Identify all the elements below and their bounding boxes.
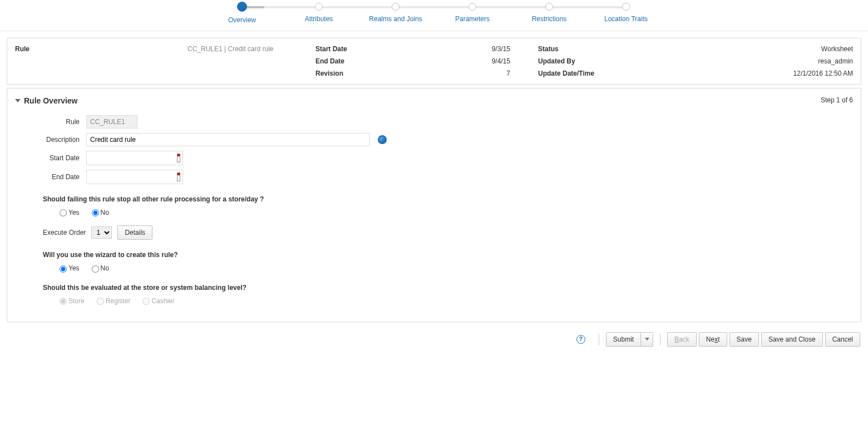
q3-register-option: Register: [97, 297, 131, 305]
end-date-field-label: End Date: [26, 173, 86, 181]
summary-status-label: Status: [538, 45, 605, 53]
q3-store-option: Store: [60, 297, 85, 305]
globe-icon[interactable]: [378, 135, 387, 144]
summary-updated-by-label: Updated By: [538, 57, 605, 65]
summary-start-date-value: 9/3/15: [382, 45, 538, 53]
back-button: Back: [667, 332, 697, 347]
summary-update-dt-label: Update Date/Time: [538, 70, 605, 77]
wizard-step-overview[interactable]: Overview: [204, 3, 280, 24]
summary-rule-label: Rule: [15, 45, 48, 53]
description-field-label: Description: [26, 136, 86, 144]
summary-status-value: Worksheet: [605, 45, 853, 53]
cancel-button[interactable]: Cancel: [825, 332, 860, 347]
action-footer: ? Submit Back Next Save Save and Close C…: [0, 329, 868, 354]
end-date-field[interactable]: [87, 171, 177, 183]
summary-end-date-label: End Date: [315, 57, 382, 65]
summary-update-dt-value: 12/1/2016 12:50 AM: [605, 70, 853, 77]
details-button[interactable]: Details: [117, 225, 152, 240]
q-balancing-level: Should this be evaluated at the store or…: [43, 284, 853, 292]
q1-yes-option[interactable]: Yes: [60, 209, 80, 216]
summary-updated-by-value: resa_admin: [605, 57, 853, 65]
summary-end-date-value: 9/4/15: [382, 57, 538, 65]
separator: [599, 333, 599, 346]
save-button[interactable]: Save: [729, 332, 759, 347]
submit-dropdown[interactable]: [641, 332, 653, 347]
start-date-field-label: Start Date: [26, 154, 86, 162]
q1-no-option[interactable]: No: [92, 209, 109, 216]
calendar-icon[interactable]: [177, 172, 180, 181]
wizard-stepper: Overview Attributes Realms and Joins Par…: [0, 0, 868, 31]
chevron-down-icon: [645, 338, 649, 341]
rule-field-label: Rule: [26, 118, 86, 126]
execute-order-label: Execute Order: [43, 229, 86, 236]
panel-title: Rule Overview: [24, 96, 78, 105]
summary-revision-value: 7: [382, 70, 538, 77]
q-use-wizard: Will you use the wizard to create this r…: [43, 251, 853, 259]
q3-cashier-option: Cashier: [142, 297, 174, 305]
rule-field: [86, 115, 137, 129]
execute-order-select[interactable]: 1: [91, 226, 112, 239]
step-indicator: Step 1 of 6: [821, 96, 853, 104]
submit-button[interactable]: Submit: [606, 332, 641, 347]
separator: [660, 333, 660, 346]
save-and-close-button[interactable]: Save and Close: [761, 332, 823, 347]
q2-yes-option[interactable]: Yes: [60, 264, 80, 272]
rule-overview-panel: Rule Overview Step 1 of 6 Rule Descripti…: [7, 88, 861, 322]
q2-no-option[interactable]: No: [92, 264, 109, 272]
help-icon[interactable]: ?: [576, 335, 585, 344]
rule-summary-bar: Rule CC_RULE1 | Credit card rule Start D…: [7, 38, 861, 85]
start-date-field[interactable]: [87, 152, 177, 164]
collapse-toggle-icon[interactable]: [15, 99, 21, 102]
q-stop-processing: Should failing this rule stop all other …: [43, 195, 853, 203]
summary-rule-value: CC_RULE1 | Credit card rule: [188, 45, 274, 53]
summary-revision-label: Revision: [315, 70, 382, 77]
calendar-icon[interactable]: [177, 154, 180, 162]
summary-start-date-label: Start Date: [315, 45, 382, 53]
description-field[interactable]: [86, 133, 370, 146]
next-button[interactable]: Next: [699, 332, 727, 347]
